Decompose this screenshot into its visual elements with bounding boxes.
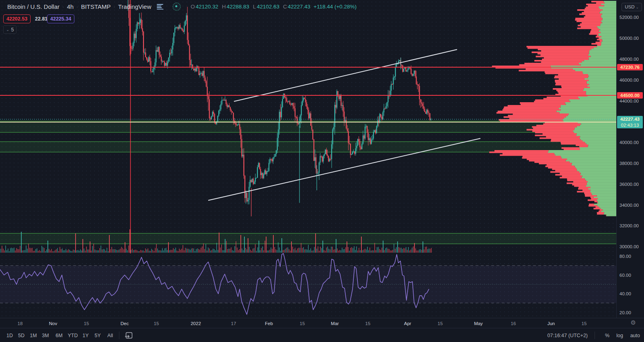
open-value: 42120.32 [196, 4, 218, 10]
price-axis-label: 46000.00 [619, 78, 639, 82]
price-axis-label: 20.00 [619, 310, 631, 315]
ohlc-readout: O42120.32 H42288.83 L42102.63 C42227.43 … [191, 4, 357, 10]
time-axis-tick: 15 [300, 321, 305, 326]
price-axis-label: 34000.00 [619, 203, 639, 208]
price-line-badge: 44500.00 [617, 92, 643, 99]
time-axis-tick: Dec [121, 321, 129, 326]
time-axis[interactable]: 18Nov15Dec15202217Feb15Mar15Apr15May16Ju… [0, 318, 644, 328]
price-line-badge: 47230.76 [617, 64, 643, 70]
price-axis-label: 40.00 [619, 291, 631, 296]
time-axis-tick: 17 [231, 321, 236, 326]
range-button-1m[interactable]: 1M [28, 332, 39, 340]
legend-separator: · [76, 4, 78, 10]
range-button-all[interactable]: All [105, 332, 115, 340]
high-value: 42288.83 [227, 4, 249, 10]
clock-readout: 07:16:47 (UTC+2) [548, 333, 588, 338]
chevron-down-icon: ⌄ [636, 5, 639, 9]
currency-selector-button[interactable]: USD⌄ [621, 3, 642, 11]
price-axis-label: 40000.00 [619, 140, 639, 145]
time-axis-tick: 15 [365, 321, 371, 326]
indicators-collapse-button[interactable]: ⌄ 5 [3, 25, 16, 34]
indicators-count: 5 [11, 27, 14, 33]
order-price-label-purple[interactable]: 42225.34 [47, 14, 74, 23]
tradingview-logo-icon [157, 4, 164, 10]
range-button-3m[interactable]: 3M [40, 332, 51, 340]
range-button-1y[interactable]: 1Y [80, 332, 90, 340]
chart-canvas[interactable] [0, 0, 616, 318]
price-axis-label: 52000.00 [619, 15, 639, 20]
price-axis-label: 36000.00 [619, 182, 639, 187]
alert-price-label-red[interactable]: 42202.53 [3, 14, 31, 23]
exchange-label: BITSTAMP [81, 3, 111, 10]
price-axis-label: 80.00 [619, 254, 631, 259]
range-button-6m[interactable]: 6M [53, 332, 64, 340]
go-to-date-icon[interactable] [125, 332, 133, 339]
percent-scale-button[interactable]: % [605, 333, 609, 338]
bar-countdown: 02:43:13 [617, 122, 643, 128]
price-axis-label: 50000.00 [619, 36, 639, 41]
time-axis-tick: Nov [49, 321, 57, 326]
toolbar-divider [119, 332, 119, 339]
time-axis-tick: Mar [331, 321, 339, 326]
low-value: 42102.63 [257, 4, 279, 10]
toolbar-divider [595, 332, 595, 339]
price-axis-label: 38000.00 [619, 161, 639, 166]
price-axis-label: 60.00 [619, 273, 631, 278]
current-price-badge: 42227.43 02:43:13 [617, 116, 643, 128]
legend-separator: · [62, 4, 64, 10]
low-label: L [253, 4, 256, 10]
time-axis-tick: 18 [18, 321, 23, 326]
tradingview-app: Bitcoin / U.S. Dollar · 4h · BITSTAMP · … [0, 0, 644, 342]
time-axis-tick: 15 [582, 321, 587, 326]
range-button-5y[interactable]: 5Y [92, 332, 103, 340]
range-button-ytd[interactable]: YTD [66, 332, 80, 340]
range-button-1d[interactable]: 1D [4, 332, 15, 340]
time-axis-tick: 2022 [191, 321, 201, 326]
chart-legend: Bitcoin / U.S. Dollar · 4h · BITSTAMP · … [7, 2, 357, 11]
current-price-value: 42227.43 [617, 116, 643, 122]
gear-icon[interactable]: ⚙ [631, 319, 636, 326]
close-label: C [283, 4, 287, 10]
price-axis-label: 44000.00 [619, 99, 639, 103]
price-axis-label: 48000.00 [619, 57, 639, 62]
chevron-down-icon: ⌄ [6, 27, 9, 32]
interval-label[interactable]: 4h [67, 3, 74, 10]
open-label: O [191, 4, 195, 10]
legend-separator: · [113, 4, 115, 10]
time-axis-tick: May [474, 321, 483, 326]
time-axis-tick: 15 [154, 321, 159, 326]
time-axis-tick: 15 [84, 321, 89, 326]
bottom-toolbar: 1D5D1M3M6MYTD1Y5YAll 07:16:47 (UTC+2) % … [0, 328, 644, 342]
change-value: +118.44 (+0.28%) [314, 4, 357, 10]
symbol-title[interactable]: Bitcoin / U.S. Dollar [7, 3, 59, 10]
close-value: 42227.43 [288, 4, 310, 10]
chart-pane[interactable]: Bitcoin / U.S. Dollar · 4h · BITSTAMP · … [0, 0, 616, 318]
price-axis-label: 30000.00 [619, 244, 639, 249]
coin-globe-icon [172, 2, 181, 11]
time-axis-tick: Jun [548, 321, 555, 326]
price-axis-label: 32000.00 [619, 223, 639, 228]
time-axis-tick: 15 [438, 321, 443, 326]
brand-label: TradingView [118, 3, 152, 10]
price-axis[interactable]: USD⌄ 52000.0050000.0048000.0046000.00440… [616, 0, 644, 318]
high-label: H [222, 4, 226, 10]
log-scale-button[interactable]: log [616, 333, 623, 338]
time-axis-tick: Feb [265, 321, 273, 326]
auto-scale-button[interactable]: auto [630, 333, 640, 338]
range-button-5d[interactable]: 5D [16, 332, 27, 340]
time-axis-tick: Apr [404, 321, 411, 326]
currency-label: USD [625, 4, 634, 9]
time-axis-tick: 16 [511, 321, 516, 326]
